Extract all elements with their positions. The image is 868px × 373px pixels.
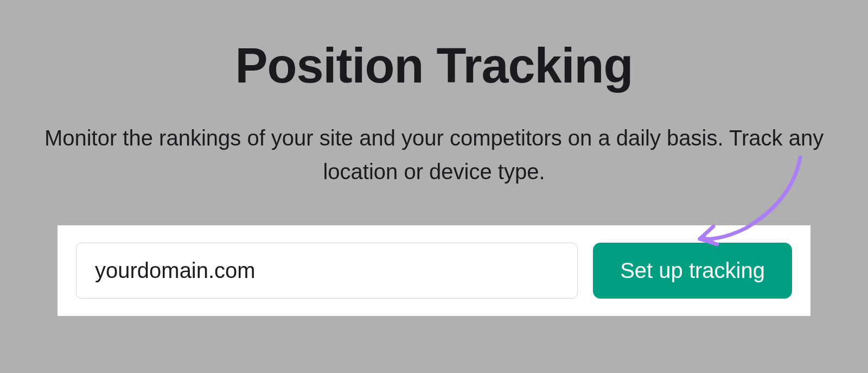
page-subtitle: Monitor the rankings of your site and yo… <box>14 121 854 188</box>
domain-input[interactable] <box>76 243 578 299</box>
page-title: Position Tracking <box>235 38 633 94</box>
setup-tracking-button[interactable]: Set up tracking <box>593 243 792 299</box>
tracking-form: Set up tracking <box>58 225 810 316</box>
